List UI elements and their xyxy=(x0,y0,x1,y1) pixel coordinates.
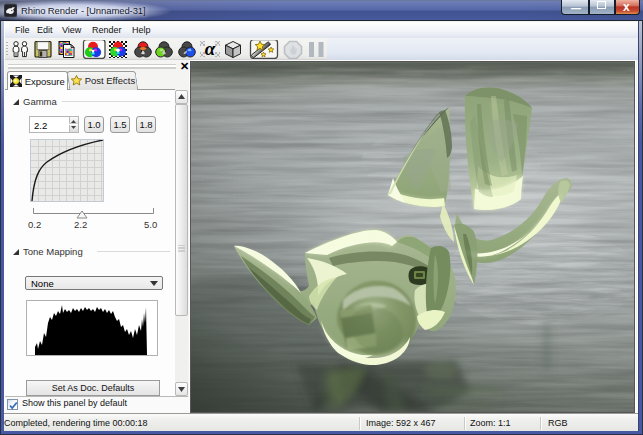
svg-text:α: α xyxy=(205,40,216,59)
